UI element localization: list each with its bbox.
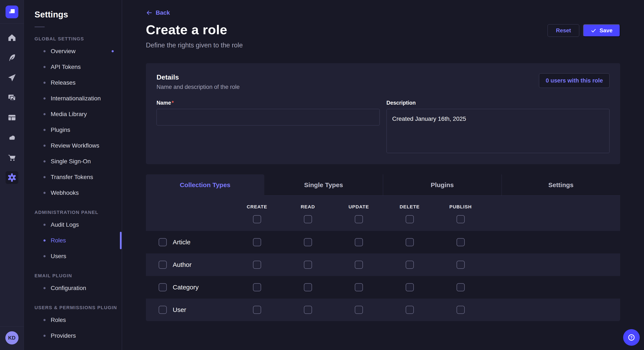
sidebar-item-roles-up[interactable]: Roles <box>24 312 122 328</box>
tab-plugins[interactable]: Plugins <box>383 174 502 196</box>
checkbox-category-update[interactable] <box>355 283 363 291</box>
sidebar-item-configuration[interactable]: Configuration <box>24 280 122 296</box>
column-header-create: Create <box>246 204 267 210</box>
checkbox-select-all-delete[interactable] <box>406 215 414 223</box>
sidebar-item-transfer-tokens[interactable]: Transfer Tokens <box>24 169 122 185</box>
checkbox-category-create[interactable] <box>253 283 261 291</box>
paper-plane-icon[interactable] <box>6 71 18 84</box>
bullet-icon <box>44 239 46 242</box>
back-link[interactable]: Back <box>146 9 170 16</box>
checkbox-user-delete[interactable] <box>406 306 414 314</box>
checkbox-author-read[interactable] <box>304 261 312 269</box>
checkbox-user-read[interactable] <box>304 306 312 314</box>
checkbox-select-all-create[interactable] <box>253 215 261 223</box>
users-with-role-button[interactable]: 0 users with this role <box>539 73 610 88</box>
bullet-icon <box>44 82 46 84</box>
bullet-icon <box>44 97 46 100</box>
tab-collection-types[interactable]: Collection Types <box>146 174 264 196</box>
description-textarea[interactable]: Created January 16th, 2025 <box>386 109 610 153</box>
layout-icon[interactable] <box>6 111 18 124</box>
sidebar-item-overview[interactable]: Overview <box>24 43 122 59</box>
sidebar-item-internationalization[interactable]: Internationalization <box>24 91 122 106</box>
subnav-title: Settings <box>34 10 122 19</box>
name-label-text: Name <box>156 100 171 106</box>
permissions-section: Collection Types Single Types Plugins Se… <box>146 174 620 321</box>
sidebar-item-label: Plugins <box>51 127 70 133</box>
checkbox-article-delete[interactable] <box>406 238 414 246</box>
save-button[interactable]: Save <box>583 24 620 37</box>
checkbox-author-update[interactable] <box>355 261 363 269</box>
sidebar-item-audit-logs[interactable]: Audit Logs <box>24 217 122 233</box>
bullet-icon <box>44 145 46 147</box>
checkbox-article-update[interactable] <box>355 238 363 246</box>
checkbox-select-all-read[interactable] <box>304 215 312 223</box>
checkbox-category-read[interactable] <box>304 283 312 291</box>
checkbox-user-create[interactable] <box>253 306 261 314</box>
sidebar-item-review-workflows[interactable]: Review Workflows <box>24 138 122 154</box>
name-label: Name* <box>156 100 380 106</box>
checkbox-author-create[interactable] <box>253 261 261 269</box>
checkbox-user-publish[interactable] <box>456 306 465 314</box>
images-icon[interactable] <box>6 91 18 104</box>
help-button[interactable]: ? <box>623 329 640 346</box>
tab-settings[interactable]: Settings <box>502 174 620 196</box>
checkbox-user-all[interactable] <box>159 306 167 314</box>
cloud-icon[interactable] <box>6 131 18 144</box>
sidebar-item-api-tokens[interactable]: API Tokens <box>24 59 122 75</box>
gear-icon[interactable] <box>6 171 18 184</box>
section-administration-panel: ADMINISTRATION PANEL Audit Logs Roles Us… <box>24 210 122 264</box>
feather-icon[interactable] <box>6 51 18 64</box>
sidebar-item-releases[interactable]: Releases <box>24 75 122 91</box>
main-content: Back Create a role Define the rights giv… <box>122 0 644 350</box>
checkbox-author-publish[interactable] <box>456 261 465 269</box>
checkbox-select-all-update[interactable] <box>355 215 363 223</box>
sidebar-item-label: Configuration <box>51 285 86 292</box>
sidebar-item-roles-admin[interactable]: Roles <box>24 233 122 248</box>
section-email-plugin: EMAIL PLUGIN Configuration <box>24 273 122 296</box>
checkbox-author-delete[interactable] <box>406 261 414 269</box>
tab-single-types[interactable]: Single Types <box>264 174 383 196</box>
checkbox-user-update[interactable] <box>355 306 363 314</box>
sidebar-item-label: Audit Logs <box>51 221 79 228</box>
checkbox-article-publish[interactable] <box>456 238 465 246</box>
page-title-block: Create a role Define the rights given to… <box>146 22 243 49</box>
main-nav-rail: KD <box>0 0 24 350</box>
sidebar-item-webhooks[interactable]: Webhooks <box>24 185 122 201</box>
details-subtitle: Name and description of the role <box>156 84 240 90</box>
permissions-table: Create Read Update Delete Publish <box>146 196 620 321</box>
permissions-tabs: Collection Types Single Types Plugins Se… <box>146 174 620 196</box>
sidebar-item-label: Providers <box>51 332 76 339</box>
sidebar-item-users[interactable]: Users <box>24 248 122 264</box>
checkbox-author-all[interactable] <box>159 261 167 269</box>
sidebar-item-single-sign-on[interactable]: Single Sign-On <box>24 154 122 169</box>
section-label: EMAIL PLUGIN <box>34 273 122 279</box>
cart-icon[interactable] <box>6 151 18 164</box>
name-input[interactable] <box>156 109 380 126</box>
checkbox-category-all[interactable] <box>159 283 167 291</box>
row-label: Article <box>173 239 190 246</box>
checkbox-article-all[interactable] <box>159 238 167 246</box>
rail-divider-bottom <box>0 326 24 327</box>
reset-button[interactable]: Reset <box>548 24 579 37</box>
section-global-settings: GLOBAL SETTINGS Overview API Tokens Rele… <box>24 36 122 201</box>
details-card: Details Name and description of the role… <box>146 63 620 164</box>
sidebar-item-plugins[interactable]: Plugins <box>24 122 122 138</box>
checkbox-select-all-publish[interactable] <box>456 215 465 223</box>
bullet-icon <box>44 255 46 257</box>
sidebar-item-media-library[interactable]: Media Library <box>24 106 122 122</box>
checkbox-category-publish[interactable] <box>456 283 465 291</box>
column-header-read: Read <box>301 204 315 210</box>
sidebar-item-label: Webhooks <box>51 189 79 196</box>
home-icon[interactable] <box>6 31 18 44</box>
avatar[interactable]: KD <box>5 331 18 345</box>
checkbox-category-delete[interactable] <box>406 283 414 291</box>
sidebar-item-providers[interactable]: Providers <box>24 328 122 344</box>
table-row-user: User <box>146 299 620 321</box>
section-label: GLOBAL SETTINGS <box>34 36 122 42</box>
checkbox-article-create[interactable] <box>253 238 261 246</box>
subnav-scrollbar[interactable] <box>120 232 122 249</box>
description-label: Description <box>386 100 610 106</box>
sidebar-item-label: Releases <box>51 79 76 86</box>
strapi-logo[interactable] <box>6 5 18 18</box>
checkbox-article-read[interactable] <box>304 238 312 246</box>
